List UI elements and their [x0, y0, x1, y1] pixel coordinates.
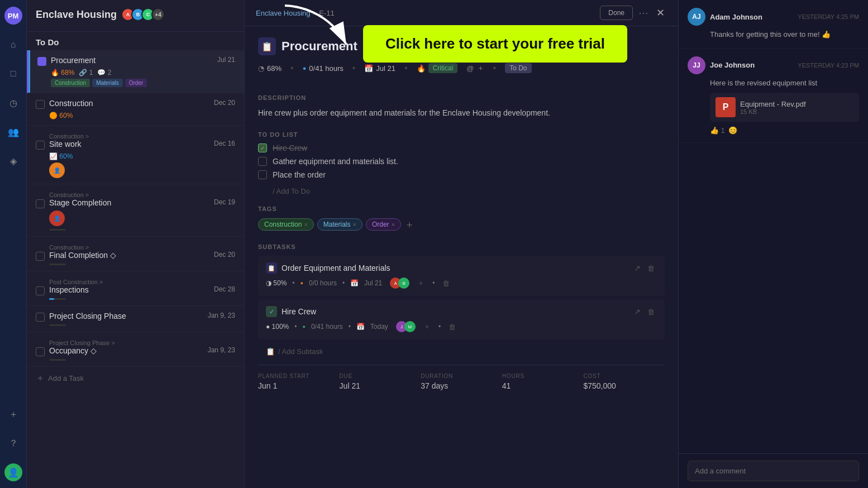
layers-icon[interactable]: ◈: [4, 152, 22, 170]
todo-item-order[interactable]: Place the order: [258, 170, 665, 179]
task-main-title: Procurement: [282, 39, 357, 54]
task-checkbox[interactable]: [36, 141, 45, 150]
help-icon[interactable]: ？: [4, 434, 22, 452]
user-avatar-icon[interactable]: 👤: [4, 463, 22, 481]
task-detail-body: 📋 Procurement ◔ 68% • ● 0/41 hours • 📅 J…: [245, 26, 678, 488]
task-checkbox[interactable]: [37, 57, 46, 66]
add-icon[interactable]: ＋: [4, 405, 22, 423]
todo-check[interactable]: [258, 170, 267, 179]
task-checkbox[interactable]: [36, 313, 45, 322]
subtask-hire-crew[interactable]: ✓ Hire Crew ↗ 🗑 ● 100% • ● 0/41 hours • …: [258, 299, 665, 339]
assignee-avatar: 👤: [49, 210, 65, 226]
info-val: Jun 1: [258, 381, 340, 390]
task-name: Stage Completion: [49, 198, 209, 207]
subtask-parent: Construction >: [49, 244, 235, 251]
cta-banner[interactable]: Click here to start your free trial: [363, 25, 627, 63]
task-name: Final Completion ◇: [49, 251, 209, 260]
task-date: Dec 20: [214, 99, 235, 107]
done-button[interactable]: Done: [600, 6, 633, 20]
task-item-final-completion[interactable]: Construction > Final Completion ◇ Dec 20: [27, 237, 244, 271]
tag-pill-construction[interactable]: Construction ×: [258, 218, 314, 231]
info-label: HOURS: [502, 373, 584, 379]
subtask-delete-btn[interactable]: 🗑: [446, 322, 458, 332]
reaction-emoji[interactable]: 😊: [728, 126, 737, 135]
avatar-count: +4: [151, 8, 165, 21]
remove-tag-construction[interactable]: ×: [304, 221, 307, 228]
subtask-external-link[interactable]: ↗: [634, 307, 641, 316]
todo-text: Gather equipment and materials list.: [273, 157, 398, 166]
task-item-inspections[interactable]: Post Construction > Inspections Dec 28: [27, 271, 244, 306]
tag-order: Order: [125, 79, 147, 87]
task-item-procurement[interactable]: Procurement Jul 21 🔥 68% 🔗 1 💬 2 Constru…: [27, 50, 244, 93]
subtask-external-link[interactable]: ↗: [634, 264, 641, 272]
todo-check[interactable]: ✓: [258, 143, 267, 152]
attachment-size: 15 KB: [740, 108, 806, 115]
meta-hours-val: 0/41 hours: [309, 64, 343, 73]
task-item-stage-completion[interactable]: Construction > Stage Completion Dec 19 👤: [27, 184, 244, 237]
task-checkbox[interactable]: [36, 199, 45, 208]
todo-label: TO DO LIST: [258, 131, 665, 138]
tag-pill-order[interactable]: Order ×: [366, 218, 401, 231]
task-list: Procurement Jul 21 🔥 68% 🔗 1 💬 2 Constru…: [27, 50, 244, 488]
subtask-order-equipment[interactable]: 📋 Order Equipment and Materials ↗ 🗑 ◑ 50…: [258, 256, 665, 296]
comment-time: YESTERDAY 4:23 PM: [798, 62, 859, 69]
header-actions: Done ⋯ ✕: [600, 6, 667, 20]
status-badge[interactable]: To Do: [505, 63, 531, 73]
subtask-avatar: B: [398, 278, 409, 289]
subtask-delete[interactable]: 🗑: [645, 307, 657, 317]
comment-time: YESTERDAY 4:25 PM: [798, 13, 859, 20]
reaction-thumbs-up[interactable]: 👍 1: [710, 126, 725, 135]
add-task-row[interactable]: ＋ Add a Task: [27, 367, 244, 390]
add-todo[interactable]: / Add To Do: [258, 187, 665, 195]
close-button[interactable]: ✕: [654, 7, 667, 19]
info-val: 37 days: [421, 381, 502, 390]
info-planned-start: PLANNED START Jun 1: [258, 373, 340, 390]
clock-icon[interactable]: ◷: [4, 94, 22, 112]
more-button[interactable]: ⋯: [638, 7, 648, 19]
todo-item-hire-crew[interactable]: ✓ Hire Crew: [258, 143, 665, 152]
comment-avatar: AJ: [688, 8, 705, 26]
task-name: Occupancy ◇: [49, 346, 203, 355]
task-item-construction[interactable]: Construction Dec 20 🟠 60%: [27, 93, 244, 126]
task-item-project-closing[interactable]: Project Closing Phase Jan 9, 23: [27, 306, 244, 332]
comment-adam: AJ Adam Johnson YESTERDAY 4:25 PM Thanks…: [679, 0, 868, 49]
subtask-delete[interactable]: 🗑: [645, 263, 657, 274]
task-checkbox[interactable]: [36, 100, 45, 109]
add-subtask-row[interactable]: 📋 / Add Subtask: [258, 343, 665, 360]
users-icon[interactable]: 👥: [4, 123, 22, 141]
tag-pill-materials[interactable]: Materials ×: [317, 218, 363, 231]
subtask-add-user[interactable]: ＋: [421, 320, 433, 333]
todo-check[interactable]: [258, 157, 267, 166]
home-icon[interactable]: ⌂: [4, 36, 22, 54]
breadcrumb-project[interactable]: Enclave Housing: [256, 9, 311, 17]
task-item-occupancy[interactable]: Project Closing Phase > Occupancy ◇ Jan …: [27, 332, 244, 367]
breadcrumb-id: E-11: [319, 9, 334, 17]
inbox-icon[interactable]: □: [4, 65, 22, 83]
task-checkbox[interactable]: [36, 286, 45, 295]
tag-materials: Materials: [92, 79, 123, 87]
subtask-delete-btn[interactable]: 🗑: [440, 278, 452, 289]
subtask-date: Today: [370, 323, 388, 331]
info-val: $750,000: [583, 381, 665, 390]
todo-item-gather[interactable]: Gather equipment and materials list.: [258, 157, 665, 166]
task-checkbox[interactable]: [36, 347, 45, 356]
comment-text: Thanks for getting this over to me! 👍: [710, 29, 859, 40]
subtask-date: Jul 21: [364, 279, 382, 287]
meta-hours: ● 0/41 hours: [303, 64, 344, 73]
todo-list: ✓ Hire Crew Gather equipment and materia…: [258, 143, 665, 195]
brand-icon[interactable]: PM: [4, 7, 22, 25]
subtask-parent: Construction >: [49, 133, 235, 140]
todo-text: Place the order: [273, 170, 326, 179]
meta-assign: @ ＋: [466, 63, 484, 73]
task-date: Jan 9, 23: [208, 346, 235, 354]
comment-input[interactable]: [688, 461, 859, 481]
subtask-dot: ●: [302, 324, 305, 329]
task-item-site-work[interactable]: Construction > Site work Dec 16 📈 60% 👤: [27, 126, 244, 184]
remove-tag-order[interactable]: ×: [392, 221, 395, 228]
comment-input-area: [679, 453, 868, 488]
task-checkbox[interactable]: [36, 252, 45, 261]
subtasks-label: SUBTASKS: [258, 243, 665, 250]
remove-tag-materials[interactable]: ×: [353, 221, 356, 228]
subtask-add-user[interactable]: ＋: [415, 277, 427, 289]
add-tag-button[interactable]: ＋: [404, 218, 414, 231]
